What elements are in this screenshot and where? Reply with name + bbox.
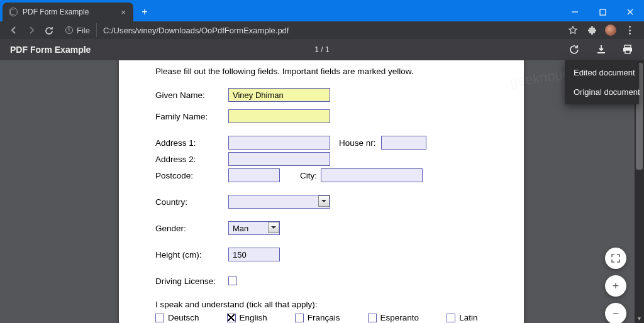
checkbox-lang-francais[interactable] [295,314,304,322]
nav-reload-button[interactable] [40,21,58,39]
browser-toolbar: File C:/Users/viney/Downloads/OoPdfFormE… [0,21,644,39]
language-checkbox-group: Deutsch English Français Esperanto Latin [155,313,487,322]
label-house-nr: House nr: [339,138,376,148]
url-path[interactable]: C:/Users/viney/Downloads/OoPdfFormExampl… [103,26,289,35]
download-menu: Edited document Original document [565,60,639,104]
scroll-down-arrow[interactable]: ▾ [635,314,644,323]
checkbox-lang-deutsch[interactable] [155,314,164,322]
input-address1[interactable] [228,136,330,150]
input-city[interactable] [321,168,423,182]
bookmark-star-button[interactable] [564,21,582,39]
checkbox-lang-latin[interactable] [447,314,455,322]
label-address2: Address 2: [155,155,228,164]
label-family-name: Family Name: [155,112,228,121]
tab-title: PDF Form Example [23,8,119,16]
label-gender: Gender: [155,224,228,233]
svg-rect-7 [625,50,630,53]
info-icon [65,26,73,34]
tab-close-button[interactable]: × [119,8,127,17]
pdf-print-button[interactable] [621,43,634,56]
input-postcode[interactable] [228,168,280,182]
input-family-name[interactable] [228,109,330,123]
profile-avatar-button[interactable] [601,21,620,39]
lang-label: English [240,313,267,322]
pdf-document-title: PDF Form Example [10,45,91,55]
download-original-option[interactable]: Original document [565,82,639,102]
nav-back-button[interactable] [5,21,23,39]
extensions-button[interactable] [582,21,601,39]
checkbox-lang-esperanto[interactable] [368,314,377,322]
lang-label: Français [308,313,340,322]
pdf-toolbar: PDF Form Example 1 / 1 [0,39,644,60]
label-postcode: Postcode: [155,171,228,180]
label-address1: Address 1: [155,138,228,148]
window-minimize-button[interactable] [561,3,589,21]
browser-tab[interactable]: PDF Form Example × [3,3,133,21]
lang-label: Latin [459,313,477,322]
pdf-page: Please fill out the following fields. Im… [119,60,524,323]
download-edited-option[interactable]: Edited document [565,63,639,82]
dropdown-gender[interactable] [228,221,280,235]
svg-rect-4 [597,52,605,53]
svg-rect-1 [600,9,606,15]
input-given-name[interactable] [228,88,330,102]
nav-forward-button[interactable] [23,21,40,39]
browser-menu-button[interactable] [620,21,639,39]
label-height: Height (cm): [155,250,228,260]
input-country[interactable] [228,195,330,209]
label-languages-prompt: I speak and understand (tick all that ap… [155,300,487,309]
url-security-chip[interactable]: File [62,23,97,37]
window-maximize-button[interactable] [589,3,616,21]
zoom-in-button[interactable]: + [605,275,626,297]
pdf-viewer-area: Please fill out the following fields. Im… [0,60,644,323]
url-scheme-label: File [77,26,90,35]
kebab-icon [629,26,631,35]
label-country: Country: [155,197,228,207]
fit-to-page-button[interactable] [605,248,626,269]
svg-rect-5 [625,45,631,48]
label-city: City: [300,171,317,180]
lang-label: Deutsch [168,313,199,322]
checkbox-driving-license[interactable] [228,276,237,285]
chevron-down-icon[interactable] [268,222,279,233]
window-titlebar: PDF Form Example × + [0,0,644,21]
tab-favicon [9,8,18,16]
input-address2[interactable] [228,152,330,166]
label-driving-license: Driving License: [155,276,228,286]
pdf-download-button[interactable] [595,43,608,56]
checkbox-lang-english[interactable] [227,314,236,322]
chevron-down-icon[interactable] [318,195,330,207]
label-given-name: Given Name: [155,90,228,100]
avatar-icon [605,25,616,36]
pdf-page-indicator[interactable]: 1 / 1 [314,45,329,54]
pdf-rotate-button[interactable] [569,43,581,56]
input-height[interactable] [228,248,280,261]
lang-label: Esperanto [380,313,419,322]
dropdown-country[interactable] [228,195,330,209]
window-close-button[interactable] [616,3,644,21]
new-tab-button[interactable]: + [136,3,153,21]
zoom-out-button[interactable]: − [605,303,626,323]
form-instruction: Please fill out the following fields. Im… [155,67,487,76]
input-house-nr[interactable] [381,136,426,150]
